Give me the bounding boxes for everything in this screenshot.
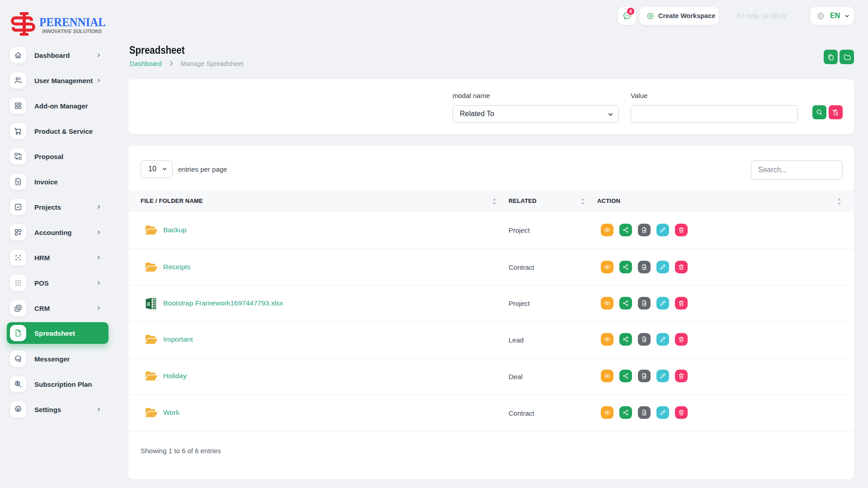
svg-text:INNOVATIVE SOLUTIONS: INNOVATIVE SOLUTIONS bbox=[42, 29, 102, 34]
svg-text:PERENNIAL: PERENNIAL bbox=[39, 15, 106, 29]
svg-text:X: X bbox=[147, 301, 151, 306]
